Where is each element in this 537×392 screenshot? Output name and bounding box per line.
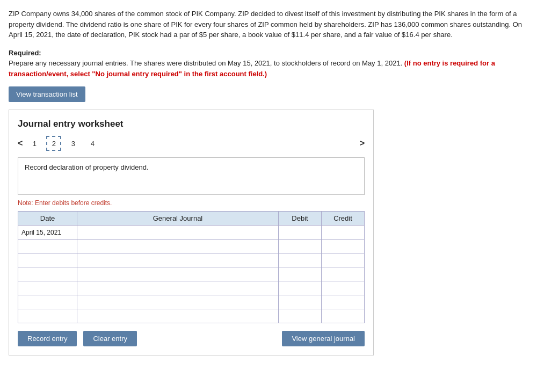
credit-input-1[interactable] (322, 239, 364, 253)
col-header-credit: Credit (322, 212, 365, 226)
date-cell-3 (18, 267, 77, 281)
note-text: Note: Enter debits before credits. (18, 199, 365, 207)
debit-cell-6[interactable] (279, 309, 322, 323)
debit-input-2[interactable] (279, 253, 321, 267)
general-journal-input-0[interactable] (77, 226, 278, 239)
action-buttons: Record entry Clear entry View general jo… (18, 331, 365, 346)
intro-paragraph: ZIP Company owns 34,000 shares of the co… (9, 9, 528, 40)
debit-input-5[interactable] (279, 295, 321, 309)
col-header-general-journal: General Journal (77, 212, 279, 226)
pagination-next[interactable]: > (360, 139, 365, 148)
credit-input-3[interactable] (322, 267, 364, 281)
required-label: Required: (9, 49, 41, 57)
credit-cell-5[interactable] (322, 295, 365, 309)
required-text-normal: Prepare any necessary journal entries. T… (9, 59, 404, 67)
general-journal-input-1[interactable] (77, 239, 278, 253)
col-header-debit: Debit (279, 212, 322, 226)
table-row (18, 267, 365, 281)
credit-cell-4[interactable] (322, 281, 365, 295)
debit-cell-5[interactable] (279, 295, 322, 309)
col-header-date: Date (18, 212, 77, 226)
credit-input-6[interactable] (322, 309, 364, 323)
required-section: Required: Prepare any necessary journal … (9, 48, 528, 79)
general-journal-input-3[interactable] (77, 267, 278, 281)
pagination-page-3[interactable]: 3 (66, 136, 81, 151)
credit-input-4[interactable] (322, 281, 364, 295)
debit-cell-4[interactable] (279, 281, 322, 295)
debit-cell-2[interactable] (279, 253, 322, 267)
credit-cell-3[interactable] (322, 267, 365, 281)
general-journal-input-6[interactable] (77, 309, 278, 323)
table-row (18, 295, 365, 309)
table-row (18, 253, 365, 267)
pagination-page-4[interactable]: 4 (85, 136, 100, 151)
debit-input-6[interactable] (279, 309, 321, 323)
credit-cell-2[interactable] (322, 253, 365, 267)
debit-input-4[interactable] (279, 281, 321, 295)
credit-input-2[interactable] (322, 253, 364, 267)
date-cell-0: April 15, 2021 (18, 226, 77, 239)
pagination-page-2[interactable]: 2 (46, 136, 61, 151)
view-transaction-button[interactable]: View transaction list (9, 86, 85, 102)
credit-input-5[interactable] (322, 295, 364, 309)
date-cell-4 (18, 281, 77, 295)
table-row (18, 309, 365, 323)
date-cell-1 (18, 239, 77, 253)
description-box: Record declaration of property dividend. (18, 157, 365, 195)
credit-cell-1[interactable] (322, 239, 365, 253)
debit-input-3[interactable] (279, 267, 321, 281)
journal-entry-worksheet: Journal entry worksheet < 1 2 3 4 > Reco… (9, 110, 374, 355)
record-entry-button[interactable]: Record entry (18, 331, 77, 346)
worksheet-title: Journal entry worksheet (18, 119, 365, 129)
general-journal-cell-2[interactable] (77, 253, 279, 267)
credit-cell-6[interactable] (322, 309, 365, 323)
table-row: April 15, 2021 (18, 226, 365, 239)
general-journal-cell-5[interactable] (77, 295, 279, 309)
general-journal-input-5[interactable] (77, 295, 278, 309)
journal-table: Date General Journal Debit Credit April … (18, 211, 365, 323)
debit-input-0[interactable] (279, 226, 321, 239)
general-journal-cell-0[interactable] (77, 226, 279, 239)
general-journal-cell-4[interactable] (77, 281, 279, 295)
credit-input-0[interactable] (322, 226, 364, 239)
debit-cell-0[interactable] (279, 226, 322, 239)
view-general-journal-button[interactable]: View general journal (282, 331, 365, 346)
debit-cell-1[interactable] (279, 239, 322, 253)
pagination-prev[interactable]: < (18, 139, 23, 148)
general-journal-cell-6[interactable] (77, 309, 279, 323)
general-journal-cell-1[interactable] (77, 239, 279, 253)
date-cell-6 (18, 309, 77, 323)
table-row (18, 281, 365, 295)
pagination-page-1[interactable]: 1 (27, 136, 42, 151)
debit-input-1[interactable] (279, 239, 321, 253)
credit-cell-0[interactable] (322, 226, 365, 239)
date-cell-2 (18, 253, 77, 267)
clear-entry-button[interactable]: Clear entry (83, 331, 137, 346)
general-journal-input-4[interactable] (77, 281, 278, 295)
pagination: < 1 2 3 4 > (18, 136, 365, 151)
table-row (18, 239, 365, 253)
general-journal-cell-3[interactable] (77, 267, 279, 281)
date-cell-5 (18, 295, 77, 309)
general-journal-input-2[interactable] (77, 253, 278, 267)
debit-cell-3[interactable] (279, 267, 322, 281)
